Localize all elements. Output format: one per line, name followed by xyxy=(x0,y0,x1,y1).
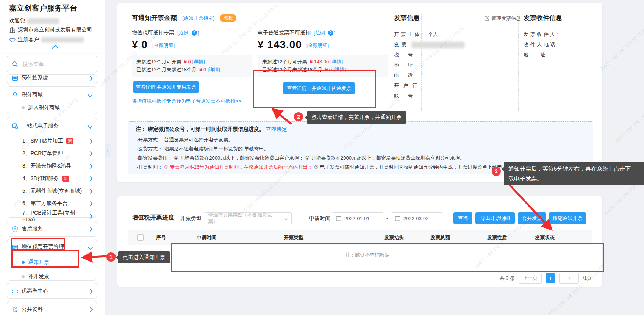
sidebar-item-eda[interactable]: 7、PCB设计工具(立创EDA) xyxy=(7,210,97,222)
breakdown-line1-text: 未超过12个月可开票: xyxy=(136,59,183,64)
search-input[interactable] xyxy=(22,61,84,67)
sidebar-item-label: 积分商城 xyxy=(22,91,43,98)
amount-detail-link[interactable]: [金额明细] xyxy=(306,42,329,51)
chevron-down-icon xyxy=(88,124,93,129)
page-count-label: /1页 xyxy=(583,275,592,282)
sidebar-item-enter-points-mall[interactable]: 进入积分商城 xyxy=(7,102,97,113)
sidebar-item-smt[interactable]: 1、SMT贴片加工 新 xyxy=(7,135,97,147)
invoice-type-select[interactable]: 请选择发票类型（不含随货发票） xyxy=(204,212,292,224)
sidebar-item-components[interactable]: 5、元器件商城(立创商城) xyxy=(7,185,97,197)
note-line-invoice-method: ·开票方式： 普通发票只可选择开电子发票。 xyxy=(136,136,233,143)
shield-icon: 售 xyxy=(12,226,18,232)
company-line: 深圳市嘉立创科技发展有限公司 xyxy=(9,27,92,33)
column-header: 申请时间 xyxy=(197,234,216,241)
invoice-info-title: 发票信息 xyxy=(394,14,420,22)
detail-link[interactable]: [详情] xyxy=(330,59,343,64)
bullet-dot-icon xyxy=(22,275,25,278)
sidebar-item-label: 6、第三方服务平台 xyxy=(22,200,68,207)
sidebar-item-notify-invoicing[interactable]: 通知开票 xyxy=(7,257,97,268)
sidebar-item-vat-management[interactable]: 增值税票开票管理 xyxy=(7,241,97,253)
current-page-button[interactable]: 1 xyxy=(546,273,555,283)
collapse-sidebar-handle[interactable]: ‹ xyxy=(105,143,111,158)
page-jump-input[interactable] xyxy=(559,273,579,284)
step2-badge: 2 xyxy=(294,112,303,121)
billing-card: 可通知开票金额 [通知开票指引] 教程 增值税可抵扣专票 [范例 ? ] ¥ 0… xyxy=(117,3,602,182)
field-label: 电话: xyxy=(394,72,423,79)
sidebar-item-prepay[interactable]: 预付款系统 xyxy=(7,74,97,84)
detail-link[interactable]: [详情] xyxy=(208,67,220,72)
sidebar-item-label: 增值税票开票管理 xyxy=(22,244,64,251)
sidebar-item-points-mall[interactable]: 积分商城 xyxy=(7,89,97,100)
bank-row: 开户行: xyxy=(394,82,423,89)
registered-line: 注册客户 xyxy=(9,36,84,43)
bullet-dot-icon xyxy=(22,261,25,264)
export-invoice-detail-button[interactable]: 导出开票明细 xyxy=(475,212,515,224)
empty-table-hint: 注：默认不查询数据 xyxy=(345,252,390,259)
notify-special-invoice-button[interactable]: 查看详情,并通知开专用发票 xyxy=(133,81,199,93)
chevron-down-icon xyxy=(88,92,93,97)
chevron-right-icon xyxy=(88,189,93,194)
field-label: 开票主体: xyxy=(394,31,423,38)
example-link[interactable]: [范例 xyxy=(314,30,325,36)
progress-card: 增值税开票进度 开票类型 请选择发票类型（不含随货发票） 申请时间 2022-0… xyxy=(117,196,602,287)
tax-no-row: 税号: xyxy=(394,52,423,58)
amount-detail-link[interactable]: [金额明细] xyxy=(152,42,175,51)
cube-search-icon xyxy=(12,123,18,129)
sidebar-item-public-data[interactable]: 公共资料 xyxy=(7,304,97,315)
sidebar-item-label: 预付款系统 xyxy=(22,75,48,81)
tutorial-badge[interactable]: 教程 xyxy=(220,14,236,22)
bind-now-link[interactable]: 立即绑定 xyxy=(266,126,287,132)
sidebar-item-thirdparty[interactable]: 6、第三方服务平台 xyxy=(7,198,97,209)
registered-label: 注册客户 xyxy=(18,36,39,43)
sidebar-card-public: 公共资料 xyxy=(7,301,97,315)
example-link[interactable]: [范例 xyxy=(177,30,189,36)
table-bottom-border xyxy=(128,271,592,271)
apply-time-label: 申请时间 xyxy=(309,215,330,222)
breakdown-line2-amount: ¥ 0 xyxy=(325,67,332,72)
chevron-right-icon xyxy=(88,139,93,144)
question-circle-icon[interactable]: ? xyxy=(192,30,197,36)
sidebar-item-pcb-orders[interactable]: 2、PCB订单管理 xyxy=(7,148,97,159)
sidebar-item-aftersale[interactable]: 售 售后服务 xyxy=(7,223,97,235)
note-line-shipping: ·发货方式： 增票是不随着电路板订单一起发货的 单独寄出。 xyxy=(136,146,269,152)
notify-normal-invoice-button[interactable]: 查看详情，并通知开普通发票 xyxy=(283,82,355,94)
breakdown-line1-amount: ¥ 143.00 xyxy=(310,59,329,64)
date-from-input[interactable]: 2022-01-01 xyxy=(332,212,383,224)
prepay-icon xyxy=(12,75,18,81)
question-circle-icon[interactable]: ? xyxy=(328,30,333,36)
cancel-notify-invoice-button[interactable]: 撤销通知开票 xyxy=(549,212,586,224)
watermark: J0011 192.168.150.37 2022-03-02 xyxy=(599,17,644,72)
recipient-phone-row: 收件人电话: xyxy=(524,41,558,48)
chevron-right-icon xyxy=(88,151,93,156)
query-button[interactable]: 查询 xyxy=(453,212,472,224)
sidebar-item-stencil[interactable]: 3、开激光钢网&治具 xyxy=(7,160,97,172)
sidebar-item-reissue-invoice[interactable]: 补开发票 xyxy=(7,271,97,282)
step1-badge: 1 xyxy=(106,252,116,262)
detail-link[interactable]: [详情] xyxy=(333,67,346,72)
coupon-icon xyxy=(12,288,18,295)
select-all-checkbox[interactable] xyxy=(137,234,144,241)
prev-page-button[interactable]: 上一页 xyxy=(519,273,542,284)
invoicing-guide-link[interactable]: [通知开票指引] xyxy=(182,15,214,22)
recipient-address-row: 地址: xyxy=(524,52,558,58)
merge-invoice-button[interactable]: 合并发票 xyxy=(518,212,546,224)
note-line-postage: ·邮寄发票费用： ① 开增票货款在2000元以下，邮寄发票快递费由客户承担； ②… xyxy=(136,155,465,161)
breakdown-line2-amount: ¥ 0 xyxy=(199,67,206,72)
chevron-down-icon xyxy=(88,245,93,250)
chevron-right-icon xyxy=(88,214,93,219)
sidebar-item-label: 公共资料 xyxy=(22,306,43,313)
special-amount: ¥ 0 xyxy=(132,39,148,51)
field-label: 收件人电话: xyxy=(524,41,558,48)
sidebar-item-3dprint[interactable]: 4、3D打印服务 新 xyxy=(7,173,97,184)
sidebar-item-coupon-center[interactable]: 优惠券中心 xyxy=(7,285,97,297)
pagination: 共 0 条 上一页 1 /1页 xyxy=(500,273,592,284)
field-label: 开户行: xyxy=(394,82,423,89)
chevron-right-icon xyxy=(88,164,93,169)
detail-link[interactable]: [详情] xyxy=(192,59,205,64)
convert-to-normal-link[interactable]: 将增值税可抵扣专票转为电子普通发票不可抵扣>> xyxy=(132,98,241,105)
sidebar-item-onestop[interactable]: 一站式电子服务 xyxy=(7,120,97,132)
manage-invoice-info-link[interactable]: 管理发票信息 xyxy=(484,15,521,22)
chevron-right-icon xyxy=(88,289,93,294)
breakdown-line2-text: 已超过12个月未超过18个月: xyxy=(262,67,324,72)
date-to-input[interactable]: 2022-03-02 xyxy=(391,212,442,224)
